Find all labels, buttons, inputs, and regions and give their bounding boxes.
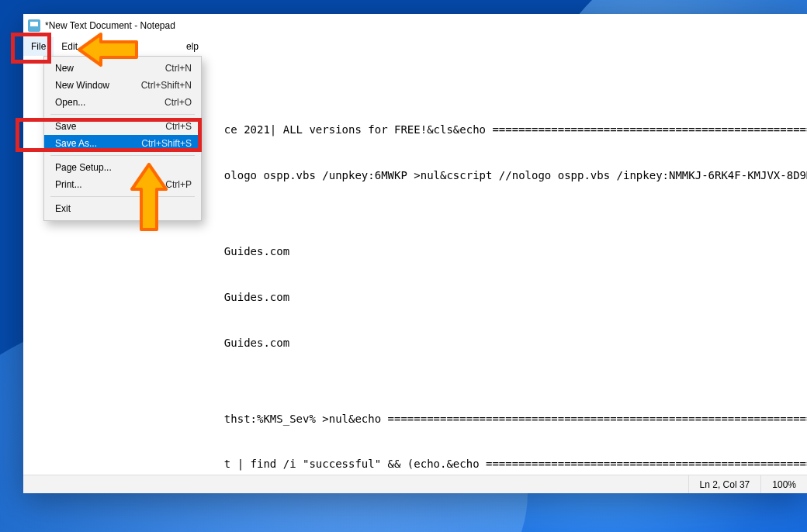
- menu-help-partial[interactable]: elp: [178, 37, 206, 56]
- menubar: File Edit elp: [23, 37, 807, 56]
- file-context-menu: New Ctrl+N New Window Ctrl+Shift+N Open.…: [43, 56, 202, 221]
- menu-item-label: New Window: [55, 80, 109, 91]
- text-line: Guides.com: [28, 290, 802, 306]
- menu-separator: [50, 196, 195, 197]
- menu-item-shortcut: Ctrl+S: [165, 121, 192, 132]
- menu-edit[interactable]: Edit: [54, 37, 85, 56]
- menu-item-label: Page Setup...: [55, 162, 112, 173]
- titlebar[interactable]: *New Text Document - Notepad: [23, 14, 807, 37]
- menu-item-label: Exit: [55, 203, 71, 214]
- text-line: thst:%KMS_Sev% >nul&echo ===============…: [28, 412, 802, 427]
- menu-page-setup[interactable]: Page Setup...: [44, 159, 201, 176]
- statusbar: Ln 2, Col 37 100%: [23, 475, 807, 493]
- menu-item-label: Save As...: [55, 138, 97, 149]
- notepad-icon: [28, 19, 40, 32]
- menu-item-shortcut: Ctrl+P: [165, 179, 192, 190]
- window-title: *New Text Document - Notepad: [45, 20, 175, 31]
- menu-new-window[interactable]: New Window Ctrl+Shift+N: [44, 77, 201, 94]
- menu-save[interactable]: Save Ctrl+S: [44, 118, 201, 135]
- menu-item-shortcut: Ctrl+O: [165, 97, 192, 108]
- status-zoom: 100%: [760, 475, 807, 493]
- menu-item-label: Print...: [55, 179, 82, 190]
- menu-separator: [50, 114, 195, 115]
- menu-file[interactable]: File: [23, 37, 54, 56]
- status-position: Ln 2, Col 37: [688, 475, 761, 493]
- text-line: Guides.com: [28, 336, 802, 351]
- menu-item-label: Save: [55, 121, 76, 132]
- menu-print[interactable]: Print... Ctrl+P: [44, 176, 201, 193]
- menu-item-label: New: [55, 63, 74, 74]
- menu-exit[interactable]: Exit: [44, 200, 201, 217]
- text-line: Guides.com: [28, 244, 802, 260]
- menu-new[interactable]: New Ctrl+N: [44, 60, 201, 77]
- menu-item-label: Open...: [55, 97, 85, 108]
- text-line: t | find /i "successful" && (echo.&echo …: [28, 457, 802, 472]
- menu-save-as[interactable]: Save As... Ctrl+Shift+S: [44, 135, 201, 152]
- menu-item-shortcut: Ctrl+N: [165, 63, 192, 74]
- menu-item-shortcut: Ctrl+Shift+S: [141, 138, 192, 149]
- menu-item-shortcut: Ctrl+Shift+N: [141, 80, 192, 91]
- menu-open[interactable]: Open... Ctrl+O: [44, 94, 201, 111]
- menu-separator: [50, 155, 195, 156]
